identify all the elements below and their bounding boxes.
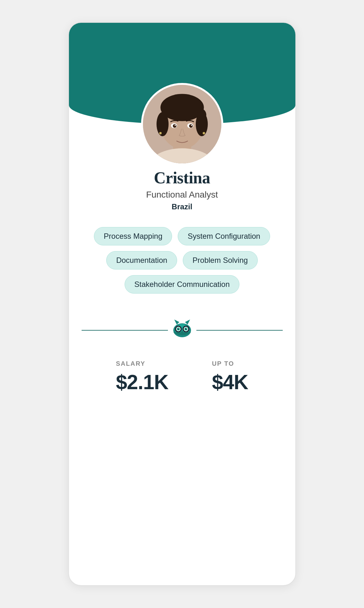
svg-point-9 [173, 124, 176, 128]
svg-point-4 [156, 112, 168, 136]
svg-point-6 [197, 109, 206, 121]
upto-label: UP TO [212, 360, 234, 367]
owl-icon [171, 319, 193, 338]
salary-section: SALARY $2.1K UP TO $4K [82, 360, 283, 394]
divider-section [82, 319, 283, 341]
svg-marker-16 [174, 320, 179, 325]
skill-badge-stakeholder-communication: Stakeholder Communication [125, 275, 240, 294]
svg-point-12 [191, 125, 192, 126]
avatar [143, 83, 221, 165]
salary-value: $2.1K [116, 370, 168, 394]
svg-point-14 [202, 132, 205, 135]
svg-point-10 [189, 124, 192, 128]
salary-label: SALARY [116, 360, 145, 367]
svg-point-29 [186, 328, 187, 329]
svg-point-11 [175, 125, 176, 126]
avatar-wrapper [141, 83, 223, 165]
svg-marker-17 [185, 320, 190, 325]
salary-block: SALARY $2.1K [116, 360, 168, 394]
skill-badge-system-configuration: System Configuration [178, 227, 270, 245]
svg-point-28 [178, 328, 179, 329]
svg-point-13 [159, 132, 162, 135]
skill-badge-process-mapping: Process Mapping [94, 227, 172, 245]
profile-card: Cristina Functional Analyst Brazil Proce… [68, 22, 296, 586]
skill-badge-documentation: Documentation [106, 251, 177, 269]
skill-badge-problem-solving: Problem Solving [183, 251, 258, 269]
person-country: Brazil [172, 202, 192, 211]
upto-block: UP TO $4K [212, 360, 248, 394]
person-name: Cristina [154, 168, 210, 187]
skills-container: Process Mapping System Configuration Doc… [82, 227, 283, 294]
card-header [69, 23, 295, 124]
person-title: Functional Analyst [146, 190, 218, 200]
card-body: Cristina Functional Analyst Brazil Proce… [69, 168, 295, 585]
owl-logo-container [168, 319, 196, 341]
upto-value: $4K [212, 370, 248, 394]
